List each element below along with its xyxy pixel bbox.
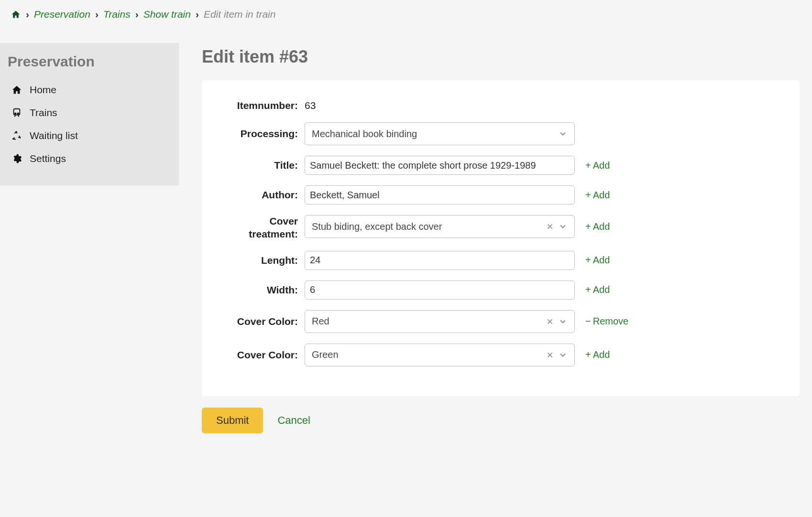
action-label: Add xyxy=(593,190,610,201)
width-input[interactable] xyxy=(305,280,575,300)
cancel-link[interactable]: Cancel xyxy=(277,414,310,427)
action-label: Add xyxy=(593,284,610,295)
form-row-itemnumber: Itemnumber: 63 xyxy=(221,99,780,112)
clear-icon[interactable] xyxy=(546,222,554,231)
processing-select[interactable]: Mechanical book binding xyxy=(305,122,575,145)
sidebar-item-label: Home xyxy=(30,84,56,96)
cover-color-select[interactable]: Green xyxy=(305,344,575,366)
gear-icon xyxy=(11,153,25,164)
home-icon xyxy=(11,10,21,19)
add-button[interactable]: + Add xyxy=(585,349,610,360)
breadcrumb-link-preservation[interactable]: Preservation xyxy=(34,9,90,20)
action-label: Add xyxy=(593,221,610,232)
field-label: Cover Color: xyxy=(221,349,305,361)
plus-icon: + xyxy=(585,284,591,295)
cover-treatment-select[interactable]: Stub biding, except back cover xyxy=(305,215,575,238)
field-label: Author: xyxy=(221,189,305,201)
sidebar-item-settings[interactable]: Settings xyxy=(8,147,171,170)
form-row-width: Width: + Add xyxy=(221,280,780,300)
cover-color-select[interactable]: Red xyxy=(305,310,575,333)
form-row-cover-treatment: Cover treatment: Stub biding, except bac… xyxy=(221,215,780,240)
breadcrumb-link-show-train[interactable]: Show train xyxy=(143,9,191,20)
form-row-title: Title: + Add xyxy=(221,156,780,175)
action-label: Remove xyxy=(593,316,628,327)
select-value: Red xyxy=(312,316,329,327)
field-label: Cover Color: xyxy=(221,315,305,328)
action-label: Add xyxy=(593,255,610,266)
plus-icon: + xyxy=(585,255,591,266)
action-label: Add xyxy=(593,160,610,171)
select-value: Green xyxy=(312,349,339,360)
chevron-down-icon xyxy=(558,317,568,326)
plus-icon: + xyxy=(585,221,591,232)
add-button[interactable]: + Add xyxy=(585,255,610,266)
field-label: Lenght: xyxy=(221,254,305,267)
add-button[interactable]: + Add xyxy=(585,190,610,201)
action-label: Add xyxy=(593,349,610,360)
field-label: Title: xyxy=(221,159,305,172)
sidebar-item-waiting-list[interactable]: Waiting list xyxy=(8,124,171,147)
chevron-down-icon xyxy=(558,222,568,231)
main-content: Edit item #63 Itemnumber: 63 Processing:… xyxy=(179,29,812,452)
plus-icon: + xyxy=(585,349,591,360)
breadcrumb-home-link[interactable] xyxy=(11,10,21,19)
form-row-cover-color-1: Cover Color: Red − Remove xyxy=(221,310,780,333)
breadcrumb-separator: › xyxy=(26,9,29,20)
breadcrumb: › Preservation › Trains › Show train › E… xyxy=(0,0,812,29)
breadcrumb-separator: › xyxy=(135,9,139,20)
breadcrumb-link-trains[interactable]: Trains xyxy=(103,9,131,20)
field-label: Width: xyxy=(221,284,305,296)
plus-icon: + xyxy=(585,160,591,171)
breadcrumb-separator: › xyxy=(196,9,199,20)
field-label: Processing: xyxy=(221,128,305,140)
train-icon xyxy=(11,108,25,118)
sidebar-title: Preservation xyxy=(8,54,171,70)
svg-point-1 xyxy=(15,113,16,114)
add-button[interactable]: + Add xyxy=(585,221,610,232)
field-label: Cover treatment: xyxy=(221,215,305,240)
form-row-cover-color-2: Cover Color: Green + Add xyxy=(221,344,780,366)
chevron-down-icon xyxy=(558,350,568,360)
plus-icon: + xyxy=(585,190,591,201)
home-icon xyxy=(11,85,25,95)
clear-icon[interactable] xyxy=(546,317,554,326)
clear-icon[interactable] xyxy=(546,351,554,359)
itemnumber-value: 63 xyxy=(305,100,316,111)
form-row-author: Author: + Add xyxy=(221,185,780,205)
sidebar-item-home[interactable]: Home xyxy=(8,78,171,101)
title-input[interactable] xyxy=(305,156,575,175)
sidebar-item-trains[interactable]: Trains xyxy=(8,101,171,124)
select-value: Mechanical book binding xyxy=(312,129,417,140)
form-card: Itemnumber: 63 Processing: Mechanical bo… xyxy=(202,80,800,396)
sidebar-item-label: Settings xyxy=(30,153,66,164)
breadcrumb-separator: › xyxy=(95,9,99,20)
add-button[interactable]: + Add xyxy=(585,284,610,295)
sidebar-item-label: Waiting list xyxy=(30,130,78,141)
page-title: Edit item #63 xyxy=(202,47,800,67)
add-button[interactable]: + Add xyxy=(585,160,610,171)
form-row-length: Lenght: + Add xyxy=(221,251,780,270)
minus-icon: − xyxy=(585,316,591,327)
remove-button[interactable]: − Remove xyxy=(585,316,628,327)
author-input[interactable] xyxy=(305,185,575,205)
sidebar-item-label: Trains xyxy=(30,107,57,118)
field-label: Itemnumber: xyxy=(221,99,305,112)
form-row-processing: Processing: Mechanical book binding xyxy=(221,122,780,145)
submit-button[interactable]: Submit xyxy=(202,408,263,433)
breadcrumb-current: Edit item in train xyxy=(204,9,276,20)
select-value: Stub biding, except back cover xyxy=(312,221,442,232)
recycle-icon xyxy=(11,130,25,141)
sidebar: Preservation Home Trains Waiting list Se… xyxy=(0,43,179,185)
length-input[interactable] xyxy=(305,251,575,270)
chevron-down-icon xyxy=(558,129,568,139)
svg-point-2 xyxy=(17,113,19,114)
actions-bar: Submit Cancel xyxy=(202,408,800,433)
